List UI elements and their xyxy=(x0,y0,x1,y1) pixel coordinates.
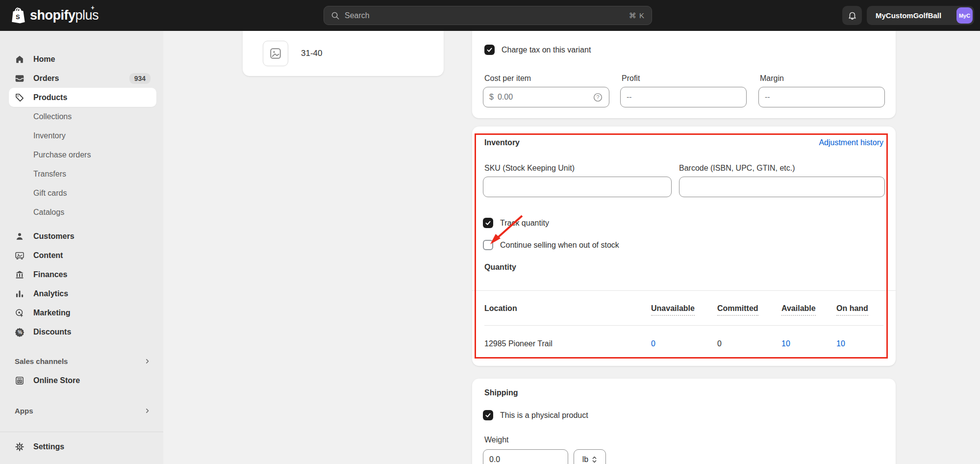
on-hand-value-link[interactable]: 10 xyxy=(836,339,845,348)
track-quantity-checkbox[interactable] xyxy=(483,218,493,228)
barcode-input[interactable] xyxy=(685,182,879,191)
marketing-target-icon xyxy=(15,308,25,318)
quantity-label: Quantity xyxy=(484,263,516,272)
sidebar-item-finances[interactable]: Finances xyxy=(9,265,156,284)
continue-selling-checkbox[interactable] xyxy=(483,240,493,250)
orders-icon xyxy=(15,74,25,83)
analytics-bars-icon xyxy=(15,289,25,299)
sidebar-item-online-store[interactable]: Online Store xyxy=(9,371,156,390)
cost-per-item-input[interactable] xyxy=(498,93,589,102)
inventory-card: Inventory Adjustment history SKU (Stock … xyxy=(472,127,896,366)
search-icon xyxy=(331,11,340,20)
physical-product-checkbox[interactable] xyxy=(483,410,493,420)
pricing-card: Charge tax on this variant Cost per item… xyxy=(472,31,896,118)
sidebar-item-label: Content xyxy=(33,251,63,260)
table-header-committed[interactable]: Committed xyxy=(717,304,758,313)
sidebar-item-label: Gift cards xyxy=(33,189,67,198)
sku-field[interactable] xyxy=(483,177,672,197)
table-header-on-hand[interactable]: On hand xyxy=(836,304,868,313)
check-icon xyxy=(485,412,491,418)
sidebar-item-collections[interactable]: Collections xyxy=(9,107,156,126)
svg-text:?: ? xyxy=(597,94,600,100)
sku-input[interactable] xyxy=(489,182,665,191)
sidebar-item-orders[interactable]: Orders 934 xyxy=(9,69,156,88)
store-name: MyCustomGolfBall xyxy=(876,11,956,20)
adjustment-history-link[interactable]: Adjustment history xyxy=(819,138,883,147)
notifications-button[interactable] xyxy=(842,6,862,25)
content-icon xyxy=(15,251,25,260)
weight-input[interactable] xyxy=(489,455,562,464)
sidebar-item-customers[interactable]: Customers xyxy=(9,227,156,246)
apps-label: Apps xyxy=(15,407,33,415)
sidebar-item-label: Discounts xyxy=(33,328,71,336)
table-header-available[interactable]: Available xyxy=(781,304,816,313)
physical-product-row: This is a physical product xyxy=(483,410,588,420)
apps-section[interactable]: Apps xyxy=(9,401,156,420)
charge-tax-checkbox[interactable] xyxy=(484,45,495,55)
margin-label: Margin xyxy=(760,74,784,83)
unavailable-value-link[interactable]: 0 xyxy=(651,339,655,348)
sidebar-item-label: Catalogs xyxy=(33,208,64,217)
check-icon xyxy=(485,220,491,226)
track-quantity-label: Track quantity xyxy=(500,219,549,228)
sidebar-item-home[interactable]: Home xyxy=(9,50,156,69)
customers-icon xyxy=(15,232,25,241)
svg-text:%: % xyxy=(18,329,22,335)
margin-input[interactable] xyxy=(765,93,879,102)
profit-field[interactable] xyxy=(620,87,747,107)
sidebar-item-marketing[interactable]: Marketing xyxy=(9,303,156,322)
available-value-link[interactable]: 10 xyxy=(781,339,790,348)
sidebar-item-inventory[interactable]: Inventory xyxy=(9,126,156,145)
sidebar-item-transfers[interactable]: Transfers xyxy=(9,164,156,183)
sidebar-item-analytics[interactable]: Analytics xyxy=(9,284,156,303)
weight-field[interactable] xyxy=(483,449,568,464)
continue-selling-row: Continue selling when out of stock xyxy=(483,240,619,250)
location-cell: 12985 Pioneer Trail xyxy=(484,339,553,348)
sidebar-item-label: Settings xyxy=(33,442,64,451)
weight-unit-value: lb xyxy=(582,455,588,464)
shipping-card: Shipping This is a physical product Weig… xyxy=(472,379,896,464)
products-tag-icon xyxy=(15,93,25,103)
online-store-icon xyxy=(15,376,25,386)
account-menu-button[interactable]: MyCustomGolfBall MyC xyxy=(867,6,974,25)
profit-input[interactable] xyxy=(627,93,740,102)
shopify-admin-page: S shopifyplus ⌘ K MyCustomGolfBal xyxy=(0,0,980,464)
chevron-right-icon xyxy=(144,408,151,414)
track-quantity-row: Track quantity xyxy=(483,218,549,228)
select-caret-icon xyxy=(592,456,597,464)
bell-icon xyxy=(847,10,857,21)
sidebar-item-content[interactable]: Content xyxy=(9,246,156,265)
sidebar-item-discounts[interactable]: % Discounts xyxy=(9,322,156,341)
variant-list-item[interactable]: 31-40 xyxy=(243,31,444,76)
barcode-field[interactable] xyxy=(679,177,885,197)
sidebar-item-label: Inventory xyxy=(33,131,66,140)
sidebar-item-catalogs[interactable]: Catalogs xyxy=(9,203,156,222)
shopify-plus-logo[interactable]: S shopifyplus xyxy=(11,0,99,31)
sales-channels-label: Sales channels xyxy=(15,357,68,365)
variant-title: 31-40 xyxy=(301,49,322,58)
main-content: 31-40 Charge tax on this variant Cost pe… xyxy=(163,31,980,464)
sku-label: SKU (Stock Keeping Unit) xyxy=(484,164,575,173)
sidebar-footer: Settings xyxy=(0,432,163,464)
brand-name: shopify xyxy=(30,8,75,23)
barcode-label: Barcode (ISBN, UPC, GTIN, etc.) xyxy=(679,164,795,173)
sidebar-item-gift-cards[interactable]: Gift cards xyxy=(9,183,156,203)
continue-selling-label: Continue selling when out of stock xyxy=(500,241,619,250)
sidebar-item-settings[interactable]: Settings xyxy=(9,437,156,456)
profit-label: Profit xyxy=(622,74,640,83)
cost-per-item-field[interactable]: $ ? xyxy=(483,87,609,107)
svg-text:S: S xyxy=(16,13,20,21)
sales-channels-section[interactable]: Sales channels xyxy=(9,352,156,371)
margin-field[interactable] xyxy=(758,87,885,107)
shipping-title: Shipping xyxy=(484,388,518,397)
weight-unit-select[interactable]: lb xyxy=(574,449,606,464)
home-icon xyxy=(15,54,25,64)
sidebar-item-label: Analytics xyxy=(33,289,68,298)
help-circle-icon[interactable]: ? xyxy=(593,92,603,103)
global-search[interactable]: ⌘ K xyxy=(324,6,652,25)
table-header-unavailable[interactable]: Unavailable xyxy=(651,304,695,313)
finances-bank-icon xyxy=(15,270,25,280)
search-input[interactable] xyxy=(345,11,624,20)
sidebar-item-purchase-orders[interactable]: Purchase orders xyxy=(9,145,156,164)
sidebar-item-products[interactable]: Products xyxy=(9,88,156,107)
